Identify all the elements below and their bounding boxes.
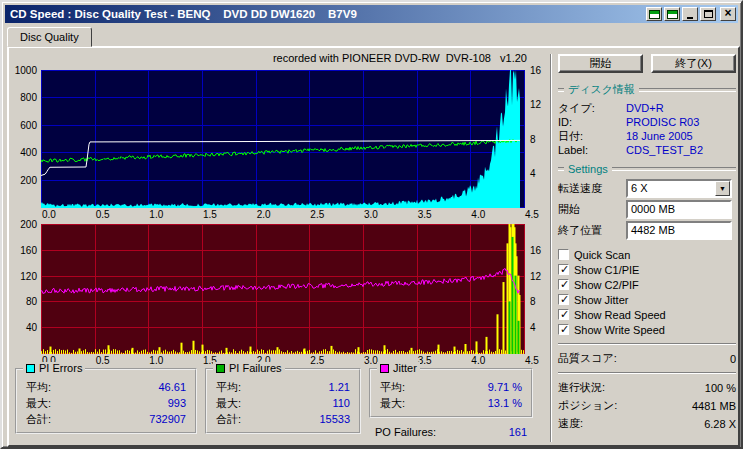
- maximize-button[interactable]: [700, 7, 716, 21]
- window-icon-button-2[interactable]: [664, 7, 680, 21]
- checkbox-box[interactable]: [558, 279, 569, 290]
- stat-label: 平均:: [380, 380, 405, 395]
- pi-errors-stats-title: PI Errors: [39, 362, 82, 374]
- pi-errors-chart-canvas: [41, 70, 525, 208]
- checkbox-show-read-speed[interactable]: Show Read Speed: [558, 307, 736, 322]
- exit-button[interactable]: 終了(X): [651, 54, 736, 73]
- recorded-with-label: recorded with PIONEER DVD-RW DVR-108 v1.…: [41, 52, 527, 64]
- checkbox-box[interactable]: [558, 264, 569, 275]
- tabstrip: Disc Quality: [7, 27, 92, 47]
- pi-failures-x-axis: 0.00.51.01.52.02.53.03.54.04.5: [41, 355, 536, 367]
- titlebar-buttons: ×: [646, 7, 738, 21]
- speed-select[interactable]: 6 X ▼: [626, 179, 732, 198]
- stat-label: 最大:: [216, 396, 241, 411]
- minimize-button[interactable]: [682, 7, 698, 21]
- disc-type-row: タイプ: DVD+R: [558, 101, 736, 115]
- speed-value: 6.28 X: [704, 418, 736, 430]
- maximize-icon: [704, 10, 713, 18]
- close-button[interactable]: ×: [720, 7, 736, 21]
- stat-value: 13.1 %: [488, 397, 522, 409]
- end-position-input[interactable]: 4482 MB: [626, 221, 732, 240]
- position-label: ポジション:: [558, 398, 617, 413]
- close-icon: ×: [724, 7, 731, 19]
- checkbox-show-c1-pie[interactable]: Show C1/PIE: [558, 262, 736, 277]
- quality-score-label: 品質スコア:: [558, 351, 617, 366]
- quality-score-row: 品質スコア: 0: [558, 351, 736, 366]
- checkbox-quick-scan[interactable]: Quick Scan: [558, 247, 736, 262]
- app-window: CD Speed : Disc Quality Test - BENQ DVD …: [0, 0, 743, 449]
- position-value: 4481 MB: [692, 400, 736, 412]
- disc-type-label: タイプ:: [558, 101, 626, 116]
- end-position-row: 終了位置 4482 MB: [558, 221, 736, 240]
- checkbox-box[interactable]: [558, 309, 569, 320]
- disc-id-row: ID: PRODISC R03: [558, 115, 736, 129]
- disc-label-value: CDS_TEST_B2: [626, 144, 703, 156]
- start-position-row: 開始 0000 MB: [558, 200, 736, 219]
- minimize-icon: [687, 17, 693, 19]
- stat-value: 1.21: [329, 381, 350, 393]
- checkbox-box[interactable]: [558, 249, 569, 260]
- disc-id-value: PRODISC R03: [626, 116, 699, 128]
- checkbox-show-write-speed[interactable]: Show Write Speed: [558, 322, 736, 337]
- stat-value: 732907: [149, 413, 186, 425]
- jitter-stats-box: Jitter 平均:9.71 % 最大:13.1 %: [369, 368, 533, 418]
- stat-label: 平均:: [26, 380, 51, 395]
- checkbox-box[interactable]: [558, 324, 569, 335]
- pi-failures-legend: PI Failures: [213, 362, 285, 374]
- stat-label: 合計:: [216, 412, 241, 427]
- po-failures-label: PO Failures:: [375, 426, 436, 438]
- action-buttons: 開始 終了(X): [558, 54, 736, 73]
- disc-label-label: Label:: [558, 144, 626, 156]
- pi-failures-plot: [41, 224, 525, 354]
- progress-label: 進行状況:: [558, 380, 605, 395]
- tab-disc-quality[interactable]: Disc Quality: [7, 27, 92, 47]
- separator: [558, 372, 736, 374]
- stat-row: 最大:110: [213, 395, 353, 411]
- progress-value: 100 %: [705, 382, 736, 394]
- disc-id-label: ID:: [558, 116, 626, 128]
- checkbox-show-c2-pif[interactable]: Show C2/PIF: [558, 277, 736, 292]
- speed-select-value: 6 X: [628, 181, 715, 196]
- window-icon-button-1[interactable]: [646, 7, 662, 21]
- pi-failures-stats-title: PI Failures: [229, 362, 282, 374]
- stat-value: 15533: [319, 413, 350, 425]
- stat-value: 46.61: [158, 381, 186, 393]
- stat-value: 993: [168, 397, 186, 409]
- disc-info-header: ディスク情報: [558, 82, 736, 97]
- start-position-label: 開始: [558, 202, 626, 217]
- start-position-input[interactable]: 0000 MB: [626, 200, 732, 219]
- jitter-stats-title: Jitter: [393, 362, 417, 374]
- stat-label: 最大:: [26, 396, 51, 411]
- chevron-down-icon[interactable]: ▼: [715, 181, 730, 196]
- disc-label-row: Label: CDS_TEST_B2: [558, 143, 736, 157]
- jitter-legend: Jitter: [377, 362, 420, 374]
- pi-failures-stats-box: PI Failures 平均:1.21 最大:110 合計:15533: [205, 368, 361, 434]
- pi-errors-stats-box: PI Errors 平均:46.61 最大:993 合計:732907: [15, 368, 197, 434]
- speed-label: 速度:: [558, 416, 583, 431]
- checkbox-box[interactable]: [558, 294, 569, 305]
- disc-date-row: 日付: 18 June 2005: [558, 129, 736, 143]
- pi-failures-swatch: [216, 364, 225, 373]
- start-button[interactable]: 開始: [558, 54, 643, 73]
- pi-errors-x-axis: 0.00.51.01.52.02.53.03.54.04.5: [41, 209, 536, 221]
- statistics-row: PI Errors 平均:46.61 最大:993 合計:732907 PI F…: [15, 368, 533, 440]
- pi-failures-jitter-chart: 2001601208040 161284 0.00.51.01.52.02.53…: [13, 224, 553, 370]
- transfer-speed-row: 転送速度 6 X ▼: [558, 179, 736, 198]
- stat-value: 9.71 %: [488, 381, 522, 393]
- po-failures-row: PO Failures: 161: [369, 424, 533, 440]
- titlebar: CD Speed : Disc Quality Test - BENQ DVD …: [5, 5, 738, 23]
- checkbox-show-jitter[interactable]: Show Jitter: [558, 292, 736, 307]
- quality-score-value: 0: [730, 353, 736, 365]
- stat-row: 最大:993: [23, 395, 189, 411]
- stat-row: 合計:732907: [23, 411, 189, 427]
- stat-row: 最大:13.1 %: [377, 395, 525, 411]
- jitter-swatch: [380, 364, 389, 373]
- pi-errors-chart: 1000800600400200 161284 0.00.51.01.52.02…: [13, 70, 553, 224]
- speed-row: 速度: 6.28 X: [558, 416, 736, 431]
- stat-row: 合計:15533: [213, 411, 353, 427]
- pi-errors-swatch: [26, 364, 35, 373]
- option-checkboxes: Quick Scan Show C1/PIE Show C2/PIF Show …: [558, 247, 736, 337]
- disc-date-label: 日付:: [558, 129, 626, 144]
- stat-row: 平均:9.71 %: [377, 379, 525, 395]
- vertical-separator: [550, 54, 552, 442]
